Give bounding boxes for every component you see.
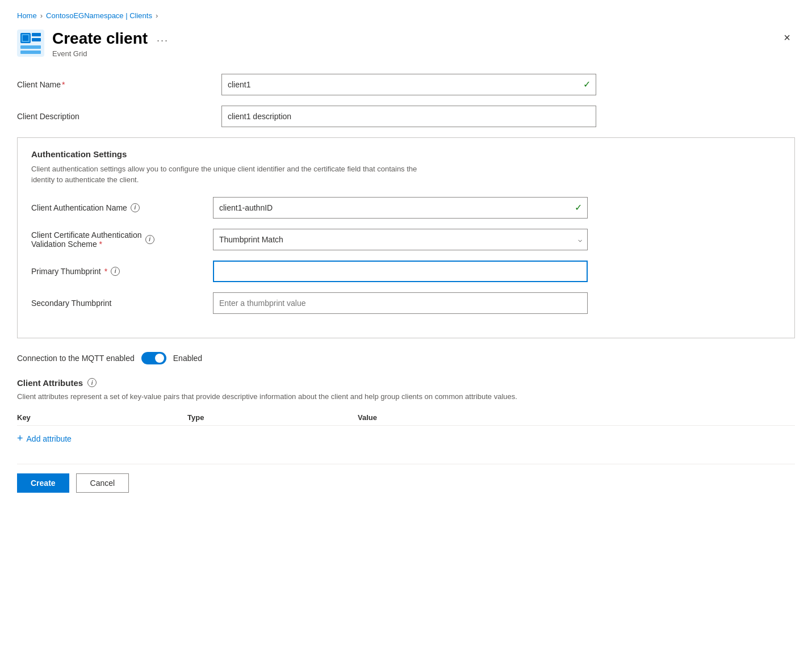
page-title: Create client — [52, 29, 148, 48]
breadcrumb-namespace[interactable]: ContosoEGNamespace | Clients — [46, 11, 152, 20]
validation-scheme-select[interactable]: Thumbprint Match Subject Matches Authent… — [213, 229, 588, 250]
client-name-input[interactable] — [221, 74, 596, 95]
svg-rect-4 — [32, 33, 41, 36]
client-description-field — [221, 106, 596, 127]
secondary-thumbprint-input[interactable] — [213, 292, 588, 314]
add-attribute-button[interactable]: + Add attribute — [17, 430, 72, 447]
client-name-row: Client Name* ✓ — [17, 74, 795, 95]
client-description-label: Client Description — [17, 112, 221, 121]
validation-scheme-field: Thumbprint Match Subject Matches Authent… — [213, 229, 588, 250]
auth-name-input[interactable] — [213, 197, 588, 219]
primary-thumbprint-row: Primary Thumbprint * i — [31, 261, 781, 282]
validation-info-icon[interactable]: i — [145, 235, 154, 244]
secondary-thumbprint-row: Secondary Thumbprint — [31, 292, 781, 314]
event-grid-icon — [17, 30, 44, 57]
validation-required: * — [99, 240, 102, 249]
attributes-table-header: Key Type Value — [17, 413, 795, 426]
client-attributes-title-row: Client Attributes i — [17, 378, 795, 388]
client-attributes-title: Client Attributes — [17, 378, 83, 388]
primary-thumbprint-label: Primary Thumbprint * i — [31, 267, 213, 276]
mqtt-toggle[interactable] — [141, 352, 166, 364]
secondary-thumbprint-label: Secondary Thumbprint — [31, 299, 213, 308]
primary-thumbprint-required: * — [104, 267, 107, 276]
cancel-button[interactable]: Cancel — [76, 473, 129, 493]
ellipsis-button[interactable]: ... — [153, 31, 172, 45]
mqtt-label: Connection to the MQTT enabled — [17, 354, 135, 363]
client-description-row: Client Description — [17, 106, 795, 127]
header-left: Create client ... Event Grid — [17, 29, 172, 58]
mqtt-toggle-row: Connection to the MQTT enabled Enabled — [17, 352, 795, 364]
breadcrumb: Home › ContosoEGNamespace | Clients › — [17, 11, 795, 20]
add-attribute-label: Add attribute — [27, 434, 72, 443]
svg-rect-3 — [23, 35, 28, 41]
col-value-header: Value — [358, 413, 795, 422]
col-type-header: Type — [187, 413, 358, 422]
bottom-buttons: Create Cancel — [17, 464, 795, 493]
client-name-label: Client Name* — [17, 80, 221, 89]
breadcrumb-home[interactable]: Home — [17, 11, 37, 20]
auth-name-info-icon[interactable]: i — [131, 203, 140, 212]
client-name-field: ✓ — [221, 74, 596, 95]
breadcrumb-sep1: › — [40, 11, 43, 20]
client-name-required: * — [62, 80, 65, 89]
mqtt-status: Enabled — [173, 354, 202, 363]
auth-settings-box: Authentication Settings Client authentic… — [17, 137, 795, 338]
validation-scheme-row: Client Certificate Authentication Valida… — [31, 229, 781, 250]
auth-name-row: Client Authentication Name i ✓ — [31, 197, 781, 219]
svg-rect-6 — [20, 45, 41, 49]
client-attributes-info-icon[interactable]: i — [87, 378, 97, 387]
secondary-thumbprint-field — [213, 292, 588, 314]
add-plus-icon: + — [17, 433, 23, 444]
auth-settings-desc: Client authentication settings allow you… — [31, 163, 429, 186]
svg-rect-7 — [20, 51, 41, 54]
client-attributes-section: Client Attributes i Client attributes re… — [17, 378, 795, 447]
auth-name-label: Client Authentication Name i — [31, 203, 213, 212]
client-description-input[interactable] — [221, 106, 596, 127]
close-button[interactable]: × — [779, 29, 795, 47]
toggle-track — [141, 352, 166, 364]
svg-rect-5 — [32, 38, 41, 41]
validation-scheme-label: Client Certificate Authentication Valida… — [31, 230, 213, 249]
breadcrumb-sep2: › — [156, 11, 158, 20]
toggle-thumb — [155, 354, 164, 363]
auth-settings-title: Authentication Settings — [31, 149, 781, 159]
primary-thumbprint-input[interactable] — [213, 261, 588, 282]
auth-name-field: ✓ — [213, 197, 588, 219]
client-attributes-desc: Client attributes represent a set of key… — [17, 391, 795, 402]
col-key-header: Key — [17, 413, 187, 422]
header-title-block: Create client ... Event Grid — [52, 29, 172, 58]
page-subtitle: Event Grid — [52, 49, 172, 58]
page-header: Create client ... Event Grid × — [17, 29, 795, 58]
primary-thumbprint-info-icon[interactable]: i — [111, 267, 120, 276]
primary-thumbprint-field — [213, 261, 588, 282]
create-button[interactable]: Create — [17, 473, 69, 493]
